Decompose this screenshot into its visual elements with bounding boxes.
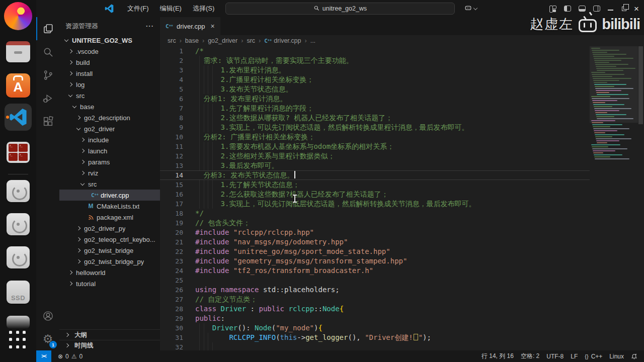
- code-line-16[interactable]: 16 2.怎么获取这些数据?机器人已经发布了相关话题了；: [160, 190, 590, 199]
- terminal-icon[interactable]: [0, 142, 36, 163]
- tree-item-params[interactable]: params: [59, 156, 160, 167]
- tree-item-go2_description[interactable]: go2_description: [59, 112, 160, 123]
- settings-icon[interactable]: ⚙1: [36, 327, 59, 350]
- code-line-18[interactable]: 18*/: [160, 209, 590, 218]
- breadcrumb-item[interactable]: base: [185, 37, 199, 44]
- code-line-24[interactable]: 24#include "tf2_ros/transform_broadcaste…: [160, 266, 590, 276]
- tree-item-build[interactable]: build: [59, 57, 160, 68]
- tree-item-CMakeLists.txt[interactable]: MCMakeLists.txt: [59, 201, 160, 212]
- tree-item-src[interactable]: src: [59, 178, 160, 190]
- code-line-9[interactable]: 9 3.实现上，可以先订阅状态话题，然后解析转换成里程计消息，最后发布即可。: [160, 123, 590, 132]
- search-icon[interactable]: [36, 40, 59, 63]
- code-line-5[interactable]: 5 3.发布关节状态信息。: [160, 84, 590, 94]
- tree-item-base[interactable]: base: [59, 101, 160, 112]
- disk-icon[interactable]: [0, 213, 36, 235]
- tree-item-go2_twist_bridge[interactable]: go2_twist_bridge: [59, 245, 160, 256]
- source-control-icon[interactable]: [36, 63, 59, 86]
- status-utf-8[interactable]: UTF-8: [543, 350, 567, 362]
- toggle-secondary-sidebar-icon[interactable]: [593, 6, 600, 12]
- code-line-29[interactable]: 29public:: [160, 314, 590, 323]
- tab-close-icon[interactable]: ×: [210, 23, 214, 30]
- tree-item-helloworld[interactable]: helloworld: [59, 267, 160, 278]
- files-icon[interactable]: [0, 41, 36, 62]
- breadcrumb-item[interactable]: src: [247, 37, 255, 44]
- breadcrumb-item[interactable]: ...: [310, 37, 315, 44]
- code-line-4[interactable]: 4 2.广播里程计相关坐标变换；: [160, 75, 590, 84]
- account-icon[interactable]: [36, 304, 59, 327]
- firefox-icon[interactable]: [0, 2, 36, 30]
- tree-item-rviz[interactable]: rviz: [59, 167, 160, 178]
- outline-section[interactable]: 大纲: [59, 329, 160, 340]
- breadcrumb-item[interactable]: C++driver.cpp: [264, 37, 301, 44]
- status-lf[interactable]: LF: [567, 350, 581, 362]
- status-bell[interactable]: [627, 350, 641, 362]
- tree-item-launch[interactable]: launch: [59, 145, 160, 156]
- code-line-20[interactable]: 20#include "rclcpp/rclcpp.hpp": [160, 228, 590, 237]
- code-line-28[interactable]: 28class Driver : public rclcpp::Node{: [160, 304, 590, 314]
- tree-item-driver.cpp[interactable]: C++driver.cpp: [59, 190, 160, 201]
- menu-item[interactable]: 文件(F): [123, 2, 153, 15]
- explorer-more-icon[interactable]: ···: [146, 22, 154, 30]
- toggle-primary-sidebar-icon[interactable]: [564, 6, 571, 12]
- code-line-22[interactable]: 22#include "unitree_go/msg/sport_mode_st…: [160, 247, 590, 256]
- customize-layout-icon[interactable]: [549, 6, 556, 12]
- minimap[interactable]: [590, 46, 638, 350]
- minimize-button[interactable]: [608, 10, 613, 11]
- extensions-icon[interactable]: [36, 110, 59, 133]
- status-linux[interactable]: Linux: [606, 350, 627, 362]
- code-line-21[interactable]: 21#include "nav_msgs/msg/odometry.hpp": [160, 237, 590, 247]
- code-line-13[interactable]: 13 3.最后发布即可。: [160, 161, 590, 170]
- code-line-3[interactable]: 3 1.发布里程计消息。: [160, 65, 590, 75]
- tree-item-.vscode[interactable]: .vscode: [59, 46, 160, 57]
- code-line-17[interactable]: 17 3.实现上，可以先订阅低层状态话题，然后解析转换成关节消息，最后发布即可。: [160, 199, 590, 209]
- breadcrumb-item[interactable]: go2_driver: [208, 37, 237, 44]
- code-line-25[interactable]: 25: [160, 276, 590, 285]
- tree-item-src[interactable]: src: [59, 90, 160, 101]
- code-line-27[interactable]: 27// 自定义节点类；: [160, 295, 590, 304]
- code-line-23[interactable]: 23#include "geometry_msgs/msg/transform_…: [160, 256, 590, 266]
- code-line-19[interactable]: 19// 包含头文件；: [160, 218, 590, 228]
- code-line-2[interactable]: 2 需求: 该节点启动时，需要实现三个主要功能。: [160, 56, 590, 65]
- vscode-icon[interactable]: [0, 104, 36, 131]
- code-line-15[interactable]: 15 1.先了解关节状态信息；: [160, 180, 590, 190]
- disk-icon[interactable]: [0, 246, 36, 268]
- code-line-14[interactable]: 14 分析3: 发布关节状态信息。: [160, 170, 590, 180]
- code-line-12[interactable]: 12 2.这些相对关系与里程计数据类似；: [160, 151, 590, 161]
- code-line-11[interactable]: 11 1.需要发布机器人基坐标系与odom坐标系的相对关系；: [160, 142, 590, 151]
- code-line-6[interactable]: 6 分析1: 发布里程计消息。: [160, 94, 590, 104]
- tab-driver-cpp[interactable]: C++ driver.cpp ×: [160, 17, 220, 35]
- disk-icon[interactable]: [0, 180, 36, 202]
- code-line-26[interactable]: 26using namespace std::placeholders;: [160, 285, 590, 295]
- code-line-8[interactable]: 8 2.这些数据从哪获取? 机器人已经发布了相关话题了；: [160, 113, 590, 123]
- tree-item-package.xml[interactable]: package.xml: [59, 212, 160, 223]
- tree-item-go2_twist_bridge_py[interactable]: go2_twist_bridge_py: [59, 256, 160, 267]
- restore-button[interactable]: [622, 7, 626, 11]
- remote-indicator[interactable]: ><: [36, 350, 51, 362]
- code-line-1[interactable]: 1/*: [160, 46, 590, 56]
- menu-item[interactable]: 选择(S): [188, 2, 219, 15]
- code-line-30[interactable]: 30 Driver(): Node("my_node"){: [160, 323, 590, 333]
- command-center-search[interactable]: unitree_go2_ws: [225, 3, 455, 15]
- status-c++[interactable]: {}C++: [581, 350, 606, 362]
- problems-status[interactable]: ⊗ 0 ⚠ 0: [54, 350, 86, 362]
- code-line-31[interactable]: 31 RCLCPP_INFO(this->get_logger(), "Driv…: [160, 333, 590, 342]
- tree-item-log[interactable]: log: [59, 79, 160, 90]
- tree-item-install[interactable]: install: [59, 68, 160, 79]
- code-editor[interactable]: 1/*2 需求: 该节点启动时，需要实现三个主要功能。3 1.发布里程计消息。4…: [160, 46, 644, 350]
- drive-partial-icon[interactable]: [0, 316, 36, 329]
- tree-item-go2_teleop_ctrl_keybo...[interactable]: go2_teleop_ctrl_keybo...: [59, 234, 160, 245]
- timeline-section[interactable]: 时间线: [59, 340, 160, 350]
- code-line-10[interactable]: 10 分析2: 广播里程计相关坐标变换；: [160, 132, 590, 142]
- close-button[interactable]: ×: [634, 5, 639, 13]
- code-line-32[interactable]: 32: [160, 342, 590, 350]
- explorer-icon[interactable]: [36, 17, 59, 40]
- status--14-16[interactable]: 行 14, 列 16: [478, 350, 517, 362]
- scrollbar-thumb[interactable]: [638, 46, 643, 124]
- ubuntu-software-icon[interactable]: A: [0, 73, 36, 98]
- copilot-button[interactable]: [464, 4, 477, 14]
- breadcrumb-item[interactable]: src: [168, 37, 176, 44]
- status--2[interactable]: 空格: 2: [517, 350, 543, 362]
- run-debug-icon[interactable]: [36, 86, 59, 110]
- code-line-7[interactable]: 7 1.先了解里程计消息的字段；: [160, 104, 590, 113]
- menu-item[interactable]: 编辑(E): [155, 2, 186, 15]
